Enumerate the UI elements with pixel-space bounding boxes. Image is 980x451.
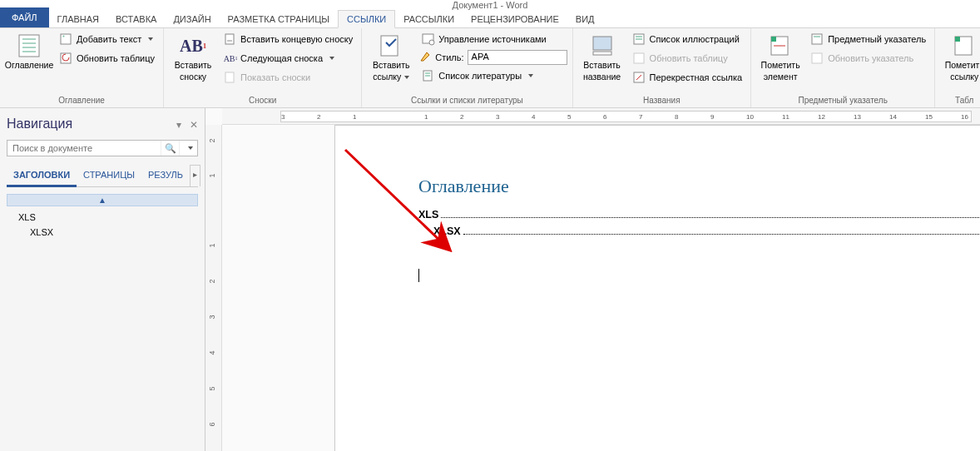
nav-tab-headings[interactable]: ЗАГОЛОВКИ	[7, 165, 77, 187]
style-label: Стиль:	[435, 52, 463, 62]
cross-reference-button[interactable]: Перекрестная ссылка	[630, 69, 746, 86]
group-toa: Пометить ссылку Табл	[935, 28, 980, 107]
nav-tab-pages[interactable]: СТРАНИЦЫ	[77, 165, 141, 186]
nav-tab-results[interactable]: РЕЗУЛЬ	[141, 165, 190, 186]
group-footnotes: AB1 Вставить сноску Вставить концевую сн…	[164, 28, 362, 107]
search-icon[interactable]: 🔍	[161, 141, 179, 156]
tab-view[interactable]: ВИД	[567, 11, 603, 27]
add-text-icon: +	[60, 32, 73, 46]
text-cursor	[418, 269, 980, 282]
nav-search: 🔍	[7, 140, 198, 156]
horizontal-ruler[interactable]: 3211234567891011121314151617	[222, 108, 980, 125]
mark-entry-button[interactable]: Пометить элемент	[756, 31, 804, 83]
bibliography-icon	[422, 69, 435, 82]
tab-home[interactable]: ГЛАВНАЯ	[49, 11, 107, 27]
citation-icon	[378, 32, 404, 59]
cross-ref-icon	[633, 71, 646, 84]
group-footnotes-label: Сноски	[169, 94, 356, 107]
nav-close-icon[interactable]: ✕	[190, 119, 198, 131]
illus-list-icon	[633, 32, 646, 46]
search-options-icon[interactable]	[179, 141, 197, 156]
update-index-icon	[811, 52, 824, 65]
insert-index-button[interactable]: Предметный указатель	[808, 31, 929, 47]
update-index-button[interactable]: Обновить указатель	[808, 50, 929, 67]
insert-caption-button[interactable]: Вставить название	[578, 31, 626, 83]
endnote-icon	[224, 32, 237, 46]
ribbon: Оглавление + Добавить текст Обновить таб…	[0, 28, 980, 108]
sources-icon	[422, 32, 435, 46]
update-icon	[60, 52, 73, 65]
caption-icon	[589, 32, 616, 59]
bibliography-button[interactable]: Список литературы	[418, 67, 567, 84]
style-select[interactable]: APA	[468, 50, 567, 65]
group-toa-label: Табл	[940, 94, 980, 107]
group-toc: Оглавление + Добавить текст Обновить таб…	[0, 28, 164, 107]
svg-rect-29	[812, 53, 822, 63]
toc-label: Оглавление	[5, 61, 54, 71]
file-tab[interactable]: ФАЙЛ	[0, 7, 49, 27]
ribbon-tabs: ФАЙЛ ГЛАВНАЯ ВСТАВКА ДИЗАЙН РАЗМЕТКА СТР…	[0, 8, 980, 28]
svg-rect-25	[771, 37, 776, 42]
show-footnotes-button[interactable]: Показать сноски	[220, 69, 356, 86]
next-footnote-button[interactable]: AB1Следующая сноска	[220, 50, 356, 67]
tab-layout[interactable]: РАЗМЕТКА СТРАНИЦЫ	[220, 11, 338, 27]
toc-button[interactable]: Оглавление	[5, 31, 53, 72]
group-captions-label: Названия	[578, 94, 746, 107]
table-of-figures-button[interactable]: Список иллюстраций	[630, 31, 746, 47]
nav-item-xls[interactable]: XLS	[7, 210, 198, 225]
document-pane: 3211234567891011121314151617 2 1 1 2 3 4…	[205, 108, 980, 451]
group-index: Пометить элемент Предметный указатель Об…	[751, 28, 935, 107]
nav-item-xlsx[interactable]: XLSX	[7, 225, 198, 240]
toc-entry-2[interactable]: XLSX 3	[418, 226, 980, 237]
svg-rect-31	[955, 37, 960, 42]
tab-review[interactable]: РЕЦЕНЗИРОВАНИЕ	[463, 11, 567, 27]
svg-rect-0	[19, 35, 39, 57]
group-index-label: Предметный указатель	[756, 94, 929, 107]
search-input[interactable]	[7, 141, 161, 156]
svg-rect-18	[593, 52, 611, 55]
update-figures-icon	[633, 52, 646, 65]
nav-dropdown-icon[interactable]: ▾	[176, 119, 181, 131]
mark-citation-icon	[951, 32, 978, 59]
group-toc-label: Оглавление	[5, 94, 158, 107]
nav-collapse-bar[interactable]: ▲	[7, 194, 198, 206]
tab-insert[interactable]: ВСТАВКА	[107, 11, 165, 27]
document-page[interactable]: Оглавление XLS 2 XLSX 3	[334, 125, 980, 451]
next-footnote-icon: AB1	[224, 52, 237, 65]
vertical-ruler[interactable]: 2 1 1 2 3 4 5 6	[205, 125, 222, 451]
toc-entry-1[interactable]: XLS 2	[418, 209, 980, 221]
svg-rect-10	[225, 72, 234, 82]
svg-rect-27	[812, 34, 822, 44]
navigation-pane: Навигация ▾ ✕ 🔍 ЗАГОЛОВКИ СТРАНИЦЫ РЕЗУЛ…	[0, 108, 205, 451]
index-icon	[811, 32, 824, 46]
tab-design[interactable]: ДИЗАЙН	[165, 11, 219, 27]
svg-point-13	[429, 40, 434, 45]
svg-rect-8	[225, 34, 234, 44]
group-citations: Вставить ссылку Управление источниками С…	[362, 28, 572, 107]
app-title: Документ1 - Word	[453, 0, 528, 10]
svg-text:+: +	[62, 33, 65, 38]
update-toc-button[interactable]: Обновить таблицу	[57, 50, 158, 67]
mark-citation-button[interactable]: Пометить ссылку	[940, 31, 980, 83]
tab-mailings[interactable]: РАССЫЛКИ	[395, 11, 463, 27]
manage-sources-button[interactable]: Управление источниками	[418, 31, 567, 47]
svg-rect-22	[634, 53, 644, 63]
nav-title: Навигация	[7, 116, 72, 131]
mark-entry-icon	[767, 32, 794, 59]
footnote-icon: AB1	[180, 32, 206, 59]
style-icon	[418, 50, 432, 65]
insert-citation-button[interactable]: Вставить ссылку	[367, 31, 415, 83]
show-footnotes-icon	[224, 71, 237, 84]
insert-footnote-button[interactable]: AB1 Вставить сноску	[169, 31, 217, 83]
update-figures-button[interactable]: Обновить таблицу	[630, 50, 746, 67]
insert-endnote-button[interactable]: Вставить концевую сноску	[220, 31, 356, 47]
group-captions: Вставить название Список иллюстраций Обн…	[573, 28, 752, 107]
toc-heading: Оглавление	[418, 176, 980, 197]
toc-icon	[16, 32, 42, 59]
group-citations-label: Ссылки и списки литературы	[367, 94, 567, 107]
tab-references[interactable]: ССЫЛКИ	[338, 10, 395, 28]
add-text-button[interactable]: + Добавить текст	[57, 31, 158, 47]
svg-rect-17	[593, 37, 611, 50]
nav-tab-scroll[interactable]: ▸	[190, 165, 200, 186]
